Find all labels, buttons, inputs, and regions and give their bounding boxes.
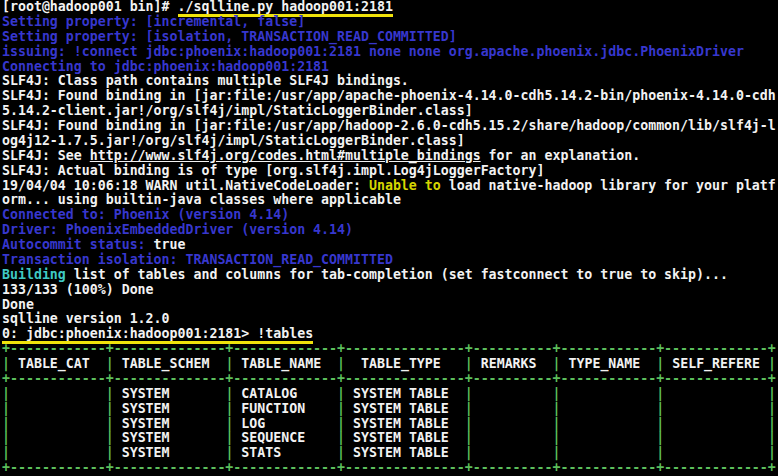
log-line: SLF4J: See http://www.slf4j.org/codes.ht…: [2, 149, 778, 164]
table-cell: SYSTEM TABLE: [345, 401, 465, 416]
table-cell: [664, 386, 768, 401]
table-row: | | SYSTEM | LOG | SYSTEM TABLE | | | |: [2, 417, 778, 432]
table-border: |: [106, 401, 114, 416]
text-segment: Setting property: [isolation, TRANSACTIO…: [2, 29, 457, 44]
table-border: |: [106, 386, 114, 401]
table-border: |: [337, 356, 345, 371]
log-line: SLF4J: Found binding in [jar:file:/usr/a…: [2, 89, 778, 104]
table-border: |: [2, 430, 10, 445]
table-border: |: [768, 386, 776, 401]
text-segment: sqlline version 1.2.0: [2, 311, 170, 326]
table-row: | | SYSTEM | CATALOG | SYSTEM TABLE | | …: [2, 387, 778, 402]
table-border: |: [337, 401, 345, 416]
table-border: |: [337, 430, 345, 445]
text-segment: Driver: PhoenixEmbeddedDriver (version 4…: [2, 222, 353, 237]
table-cell: [473, 430, 553, 445]
table-cell: SYSTEM: [114, 430, 226, 445]
table-cell: FUNCTION: [233, 401, 337, 416]
table-border: |: [337, 445, 345, 460]
log-line: Connecting to jdbc:phoenix:hadoop001:218…: [2, 60, 778, 75]
table-separator: +------------+--------------+-----------…: [2, 372, 778, 387]
table-cell: SYSTEM TABLE: [345, 445, 465, 460]
table-cell: [10, 445, 106, 460]
table-cell: [561, 386, 657, 401]
table-border: |: [2, 445, 10, 460]
table-cell: SYSTEM: [114, 401, 226, 416]
text-segment: SLF4J: Class path contains multiple SLF4…: [2, 73, 409, 88]
table-border: |: [553, 401, 561, 416]
table-border: |: [465, 401, 473, 416]
table-border: |: [768, 445, 776, 460]
slf4j-url-link: http://www.slf4j.org/codes.html#multiple…: [90, 148, 481, 163]
table-cell: [664, 416, 768, 431]
table-cell: CATALOG: [233, 386, 337, 401]
table-cell: SYSTEM: [114, 416, 226, 431]
log-line: SLF4J: Actual binding is of type [org.sl…: [2, 164, 778, 179]
table-cell: SEQUENCE: [233, 430, 337, 445]
log-line: SLF4J: Class path contains multiple SLF4…: [2, 74, 778, 89]
table-border: |: [465, 386, 473, 401]
table-border: +------------+--------------+-----------…: [2, 341, 776, 356]
warn-highlight: Unable to: [369, 178, 441, 193]
warn-line: 19/04/04 10:06:18 WARN util.NativeCodeLo…: [2, 179, 778, 194]
table-cell: SYSTEM: [114, 445, 226, 460]
text-segment: load native-hadoop library for your plat…: [441, 178, 776, 193]
table-cell: SYSTEM TABLE: [345, 386, 465, 401]
table-border: |: [2, 401, 10, 416]
table-border: |: [2, 356, 10, 371]
table-row: | | SYSTEM | FUNCTION | SYSTEM TABLE | |…: [2, 402, 778, 417]
terminal-window[interactable]: [root@hadoop001 bin]# ./sqlline.py hadoo…: [0, 0, 778, 476]
table-border: |: [465, 430, 473, 445]
table-border: |: [337, 416, 345, 431]
text-segment: Connected to: Phoenix (version 4.14): [2, 207, 289, 222]
table-border: |: [465, 416, 473, 431]
column-header: TABLE_TYPE: [345, 356, 465, 371]
text-segment: orm... using builtin-java classes where …: [2, 192, 401, 207]
sqlline-command: ./sqlline.py hadoop001:2181: [178, 0, 393, 14]
log-line: issuing: !connect jdbc:phoenix:hadoop001…: [2, 45, 778, 60]
log-line: Building list of tables and columns for …: [2, 268, 778, 283]
table-border: |: [553, 445, 561, 460]
table-border: |: [768, 401, 776, 416]
log-line: Setting property: [isolation, TRANSACTIO…: [2, 30, 778, 45]
text-segment: Setting property: [incremental, false]: [2, 14, 305, 29]
table-border: |: [106, 416, 114, 431]
shell-prompt: [root@hadoop001 bin]#: [2, 0, 178, 14]
column-header: TYPE_NAME: [561, 356, 657, 371]
text-segment: SLF4J: See: [2, 148, 90, 163]
text-segment: 19/04/04 10:06:18 WARN util.NativeCodeLo…: [2, 178, 369, 193]
table-border: +------------+--------------+-----------…: [2, 371, 776, 386]
table-cell: [10, 401, 106, 416]
column-header: REMARKS: [473, 356, 553, 371]
table-border: |: [106, 445, 114, 460]
table-cell: [473, 386, 553, 401]
log-line: Autocommit status: true: [2, 238, 778, 253]
table-cell: [561, 416, 657, 431]
table-cell: [473, 445, 553, 460]
table-cell: [561, 401, 657, 416]
table-cell: [10, 416, 106, 431]
log-line: Connected to: Phoenix (version 4.14): [2, 208, 778, 223]
text-segment: 133/133 (100%) Done: [2, 282, 154, 297]
table-separator: +------------+--------------+-----------…: [2, 342, 778, 357]
text-segment: for an explanation.: [481, 148, 641, 163]
text-segment: SLF4J: Actual binding is of type [org.sl…: [2, 163, 544, 178]
progress-line: Done: [2, 298, 778, 313]
table-cell: SYSTEM TABLE: [345, 430, 465, 445]
table-cell: [664, 401, 768, 416]
column-header: SELF_REFERE: [664, 356, 768, 371]
table-cell: SYSTEM: [114, 386, 226, 401]
text-segment: 5.14.2-client.jar!/org/slf4j/impl/Static…: [2, 103, 473, 118]
table-border: |: [768, 430, 776, 445]
text-segment: Transaction isolation: TRANSACTION_READ_…: [2, 252, 393, 267]
table-border: |: [106, 430, 114, 445]
table-cell: [664, 445, 768, 460]
table-border: |: [2, 386, 10, 401]
shell-command-line: [root@hadoop001 bin]# ./sqlline.py hadoo…: [2, 0, 778, 15]
column-header: TABLE_CAT: [10, 356, 106, 371]
log-line: Setting property: [incremental, false]: [2, 15, 778, 30]
text-segment: Building: [2, 267, 66, 282]
terminal[interactable]: [root@hadoop001 bin]# ./sqlline.py hadoo…: [0, 0, 778, 476]
table-cell: [473, 401, 553, 416]
table-cell: LOG: [233, 416, 337, 431]
